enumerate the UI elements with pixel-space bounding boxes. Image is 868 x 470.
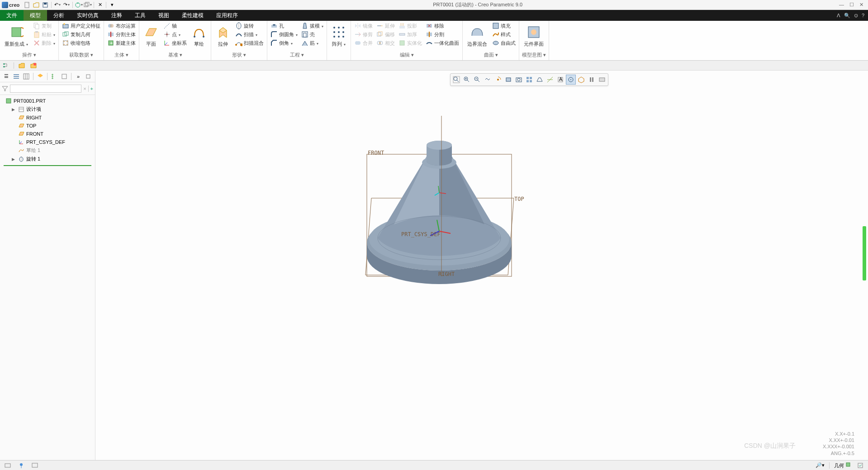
ribbon-group-label[interactable]: 基准 ▾ [141, 51, 209, 59]
ribbon-compsurf-button[interactable]: 元件界面 [521, 22, 546, 51]
regen-icon[interactable]: ▾ [75, 1, 83, 9]
tab-view[interactable]: 视图 [152, 10, 175, 21]
qat-customize-icon[interactable]: ▾ [108, 1, 116, 9]
ribbon-plane-button[interactable]: 平面 [141, 22, 161, 51]
display-style-icon[interactable] [503, 75, 513, 85]
status-pin-icon[interactable] [16, 462, 26, 469]
ribbon-divide-button[interactable]: 分割 [424, 30, 460, 38]
windows-icon[interactable]: ▾ [84, 1, 92, 9]
view-manager-icon[interactable] [524, 75, 534, 85]
minimize-icon[interactable]: — [839, 2, 844, 8]
tree-layers-icon[interactable] [36, 72, 45, 81]
tree-columns-icon[interactable] [22, 72, 31, 81]
tree-collapse-icon[interactable] [60, 72, 69, 81]
ribbon-group-label[interactable]: 主体 ▾ [106, 51, 137, 59]
tab-annotate[interactable]: 注释 [105, 10, 128, 21]
ribbon-copygeom-button[interactable]: 复制几何 [61, 30, 102, 38]
perspective-icon[interactable] [535, 75, 545, 85]
tree-filter-input[interactable] [10, 85, 81, 93]
ribbon-axis-button[interactable]: 轴 [162, 22, 188, 30]
ribbon-shrink-button[interactable]: 收缩包络 [61, 39, 102, 47]
ribbon-style-button[interactable]: 样式 [491, 30, 517, 38]
save-icon[interactable] [41, 1, 49, 9]
ribbon-round-button[interactable]: 倒圆角 ▾ [269, 30, 299, 38]
ribbon-group-label[interactable]: 曲面 ▾ [465, 51, 517, 59]
annotations-icon[interactable]: A [555, 75, 565, 85]
spin-icon[interactable] [566, 75, 576, 85]
open-file-icon[interactable] [32, 1, 40, 9]
tab-simulation[interactable]: 实时仿真 [71, 10, 105, 21]
filter-clear-icon[interactable]: × [83, 86, 86, 91]
status-msg-icon[interactable] [3, 462, 13, 469]
undo-icon[interactable]: ↶▾ [53, 1, 62, 9]
ribbon-remove-button[interactable]: 移除 [424, 22, 460, 30]
maximize-icon[interactable]: ☐ [849, 2, 854, 8]
tree-list-icon[interactable]: ☰ [2, 72, 11, 81]
ribbon-point-button[interactable]: 点 ▾ [162, 30, 188, 38]
selection-filter[interactable]: 几何 [832, 461, 853, 470]
ribbon-boundary-button[interactable]: 边界混合 [465, 22, 490, 51]
tree-expand-icon[interactable] [50, 72, 59, 81]
tree-item-旋转-1[interactable]: ▶旋转 1 [0, 155, 95, 163]
ribbon-group-label[interactable]: 编辑 ▾ [353, 51, 460, 59]
tree-item-RIGHT[interactable]: RIGHT [0, 114, 95, 122]
ribbon-onesurf-button[interactable]: 一体化曲面 [424, 39, 460, 47]
tree-settings-icon[interactable] [84, 72, 93, 81]
learn-icon[interactable]: ⊙ [854, 13, 858, 19]
tab-file[interactable]: 文件 [0, 10, 24, 21]
tab-model[interactable]: 模型 [24, 10, 47, 21]
ribbon-freeform-button[interactable]: 自由式 [491, 39, 517, 47]
ribbon-group-label[interactable]: 操作 ▾ [2, 51, 57, 59]
help-icon[interactable]: ? [862, 13, 864, 18]
ribbon-sweepblend-button[interactable]: 扫描混合 [234, 39, 265, 47]
filter-icon[interactable] [2, 85, 8, 92]
ribbon-fill-button[interactable]: 填充 [491, 22, 517, 30]
ribbon-group-label[interactable]: 获取数据 ▾ [61, 51, 102, 59]
close-window-icon[interactable]: ✕ [96, 1, 104, 9]
model-tree-icon[interactable] [2, 62, 10, 70]
ribbon-chamfer-button[interactable]: 倒角 ▾ [269, 39, 299, 47]
ribbon-sweep-button[interactable]: 扫描 ▾ [234, 30, 265, 38]
tree-item-设计项[interactable]: ▶设计项 [0, 105, 95, 114]
zoom-out-icon[interactable] [472, 75, 482, 85]
tree-item-草绘-1[interactable]: 草绘 1 [0, 146, 95, 155]
ribbon-group-label[interactable]: 模型意图 ▾ [521, 51, 547, 59]
ribbon-csys-button[interactable]: 坐标系 [162, 39, 188, 47]
section-icon[interactable] [597, 75, 607, 85]
tab-analysis[interactable]: 分析 [47, 10, 71, 21]
collapse-ribbon-icon[interactable]: ᐱ [837, 13, 840, 19]
ribbon-sketch-button[interactable]: 草绘 [189, 22, 209, 51]
tree-detail-icon[interactable] [12, 72, 21, 81]
repaint-icon[interactable] [483, 75, 493, 85]
ribbon-draft-button[interactable]: 拔模 ▾ [300, 22, 325, 30]
expand-icon[interactable]: ▶ [12, 107, 16, 112]
filter-add-icon[interactable]: + [90, 86, 93, 91]
ribbon-extrude-button[interactable]: 拉伸 [213, 22, 233, 51]
tab-tools[interactable]: 工具 [128, 10, 152, 21]
render-icon[interactable] [576, 75, 586, 85]
redo-icon[interactable]: ↷▾ [62, 1, 71, 9]
folder-browser-icon[interactable] [18, 62, 26, 70]
selection-options-icon[interactable] [855, 462, 865, 469]
ribbon-rib-button[interactable]: 筋 ▾ [300, 39, 325, 47]
ribbon-shell-button[interactable]: 壳 [300, 30, 325, 38]
ribbon-revolve-button[interactable]: 旋转 [234, 22, 265, 30]
pause-icon[interactable] [587, 75, 597, 85]
ribbon-split-button[interactable]: 分割主体 [106, 30, 137, 38]
find-icon[interactable]: 🔎▾ [814, 462, 826, 469]
ribbon-group-label[interactable]: 工程 ▾ [269, 51, 325, 59]
saved-views-icon[interactable] [514, 75, 524, 85]
expand-icon[interactable]: ▶ [12, 157, 16, 161]
ribbon-group-label[interactable]: 形状 ▾ [213, 51, 265, 59]
search-commands-icon[interactable]: 🔍 [844, 13, 850, 19]
close-icon[interactable]: ✕ [859, 2, 863, 8]
ribbon-hole-button[interactable]: 孔 [269, 22, 299, 30]
favorites-icon[interactable] [29, 62, 38, 70]
new-file-icon[interactable] [23, 1, 31, 9]
tree-item-FRONT[interactable]: FRONT [0, 130, 95, 138]
tree-root[interactable]: PRT0001.PRT [0, 97, 95, 105]
ribbon-udf-button[interactable]: 用户定义特征 [61, 22, 102, 30]
tab-applications[interactable]: 应用程序 [210, 10, 244, 21]
refit-icon[interactable] [451, 75, 461, 85]
ribbon-pattern-button[interactable]: 阵列 ▾ [329, 22, 349, 51]
